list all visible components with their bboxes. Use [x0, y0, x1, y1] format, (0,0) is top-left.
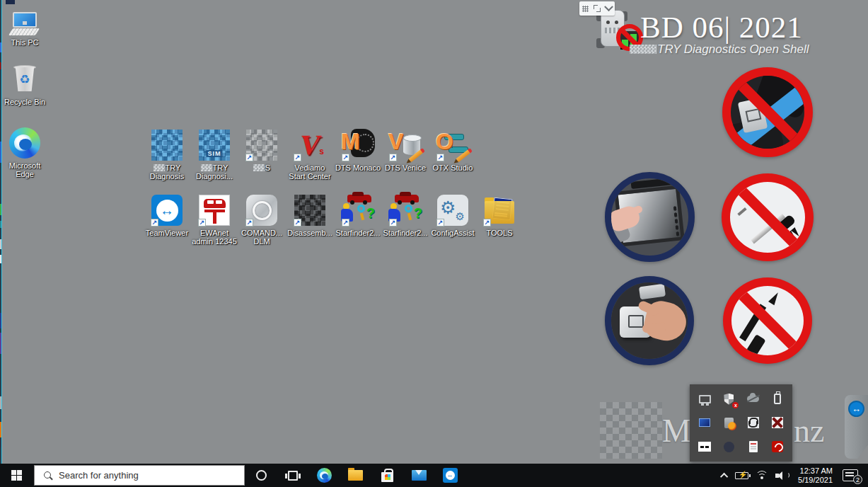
- icon-label-text: EWAnet: [200, 229, 228, 237]
- desktop-surface[interactable]: This PC♻Recycle BinMicrosoftEdgeTRYDiagn…: [0, 0, 868, 487]
- icon-label-text: TRY: [213, 164, 228, 172]
- document-icon[interactable]: [746, 439, 761, 454]
- desktop-icon-tools[interactable]: TOOLS: [476, 193, 523, 237]
- blurred-app-icon: [151, 130, 183, 161]
- hdd-warning-icon[interactable]: [721, 415, 736, 430]
- desktop-icon-xentry-diagnosis-sim[interactable]: SIMTRYDiagnosi...: [191, 128, 238, 181]
- serial-cable-icon[interactable]: [746, 415, 761, 430]
- expand-icon[interactable]: [594, 5, 601, 12]
- wallpaper-subtitle-text: TRY Diagnostics Open Shell: [657, 42, 809, 56]
- defender-alert-icon[interactable]: x: [721, 391, 736, 407]
- ms-logo: [385, 474, 390, 480]
- usb-device-icon[interactable]: [770, 391, 785, 407]
- magnifier-icon: [357, 205, 365, 212]
- icon-art-ewanet-admin: [197, 193, 231, 227]
- desktop-icon-dts-monaco[interactable]: MDTS Monaco: [335, 128, 381, 172]
- wifi-icon[interactable]: [756, 471, 768, 480]
- icon-art-starfinder2-a: ?: [341, 193, 375, 227]
- remote-display-icon[interactable]: [697, 415, 712, 430]
- desktop-icon-starfinder2-a[interactable]: ?Starfinder2...: [335, 193, 381, 237]
- start-button[interactable]: [0, 464, 33, 487]
- button-press-sticker: [605, 276, 694, 365]
- pixel-car: [395, 195, 419, 202]
- battery-icon[interactable]: [735, 472, 748, 479]
- question-mark: ?: [414, 205, 422, 222]
- no-device-sticker: [722, 67, 813, 157]
- lift-post: [213, 212, 216, 224]
- shortcut-arrow-icon: [198, 219, 206, 227]
- venice-logo: V: [388, 130, 403, 154]
- vediamo-logo-sub: s: [319, 147, 324, 156]
- icon-label: S: [238, 164, 285, 172]
- icon-art-vediamo-start-center: Vs: [293, 128, 327, 162]
- desktop-icon-otx-studio[interactable]: OOTX Studio: [429, 128, 476, 172]
- display-icon[interactable]: [697, 391, 712, 407]
- taskbar-button-edge[interactable]: [308, 464, 340, 487]
- desktop-icon-comand-dlm[interactable]: COMAND...DLM: [238, 193, 285, 246]
- desktop-icon-microsoft-edge[interactable]: MicrosoftEdge: [1, 126, 48, 178]
- icon-art-otx-studio: O: [436, 128, 470, 162]
- notification-badge: 2: [853, 475, 862, 484]
- icon-label-text: Edge: [16, 170, 34, 178]
- chevron-down-icon[interactable]: [604, 2, 613, 11]
- shortcut-arrow-icon: [436, 154, 444, 161]
- icon-label-text: Vediamo: [295, 164, 325, 172]
- icon-label-text: Starfinder2...: [383, 229, 428, 237]
- icon-label: Starfinder2...: [382, 229, 429, 237]
- shortcut-arrow-icon: [245, 219, 253, 227]
- desktop-icon-ewanet-admin[interactable]: EWAnetadmin 12345: [191, 193, 238, 246]
- magnifier-icon: [405, 205, 412, 212]
- taskbar-button-store[interactable]: [371, 464, 403, 487]
- watermark-text-right: nz: [794, 412, 824, 449]
- wallpaper-subtitle: TRY Diagnostics Open Shell: [630, 42, 809, 57]
- desktop-icon-starfinder2-b[interactable]: ?Starfinder2...: [382, 193, 429, 237]
- shortcut-arrow-icon: [151, 219, 158, 227]
- blurred-label-part: [253, 164, 265, 171]
- shortcut-arrow-icon: [436, 219, 444, 227]
- desktop-icon-recycle-bin[interactable]: ♻Recycle Bin: [1, 62, 48, 106]
- desktop-icon-disassembler[interactable]: Disassemb...: [287, 193, 333, 237]
- acrobat-reader-icon[interactable]: [770, 439, 785, 454]
- taskbar-button-mail[interactable]: [403, 464, 434, 487]
- car-icon: [204, 199, 226, 208]
- taskbar-button-cortana[interactable]: [245, 464, 277, 487]
- icon-label-text: DTS Venice: [385, 164, 426, 172]
- icon-art-recycle-bin: ♻: [8, 62, 42, 96]
- icon-label-text: admin 12345: [192, 237, 237, 246]
- dim-app-icon[interactable]: [721, 439, 736, 454]
- desktop-icon-das[interactable]: S: [238, 128, 285, 172]
- icon-art-xentry-diagnosis: [150, 128, 184, 162]
- action-center-icon[interactable]: 2: [843, 469, 858, 481]
- desktop-icon-vediamo-start-center[interactable]: VsVediamoStart Center: [287, 128, 333, 181]
- shortcut-arrow-icon: [389, 154, 397, 161]
- clock-time: 12:37 AM: [798, 466, 833, 476]
- drag-handle-icon[interactable]: [582, 6, 589, 12]
- system-tray: 12:37 AM 5/19/2021 2: [722, 464, 868, 487]
- blurred-star-ring: [253, 201, 272, 220]
- icon-label-text: Starfinder2...: [336, 229, 381, 237]
- search-input[interactable]: Search for anything: [34, 465, 245, 486]
- volume-icon[interactable]: [775, 471, 788, 481]
- network-disabled-icon[interactable]: [770, 415, 785, 430]
- windows-logo-icon: [11, 470, 22, 481]
- icon-label: TOOLS: [476, 229, 523, 237]
- desktop-icon-dts-venice[interactable]: VDTS Venice: [382, 128, 429, 172]
- icon-label-text: Start Center: [289, 172, 330, 181]
- teamviewer-side-tab[interactable]: ↔: [845, 395, 868, 459]
- icon-label-text: OTX Studio: [433, 164, 473, 172]
- taskbar-button-teamviewer[interactable]: ↔: [434, 464, 465, 487]
- desktop-icon-teamviewer[interactable]: ↔TeamViewer: [144, 193, 190, 237]
- store-icon: [381, 472, 393, 482]
- monaco-logo: M: [341, 130, 360, 154]
- desktop-icon-xentry-diagnosis[interactable]: TRYDiagnosis: [144, 128, 190, 181]
- tray-chevron-up-icon[interactable]: [720, 472, 728, 480]
- onedrive-offline-icon[interactable]: [746, 391, 761, 407]
- floating-toolbar[interactable]: [579, 1, 615, 16]
- taskbar-button-task-view[interactable]: [277, 464, 308, 487]
- clock[interactable]: 12:37 AM 5/19/2021: [795, 466, 835, 485]
- minimize-strip-icon[interactable]: [697, 439, 712, 454]
- desktop-icon-this-pc[interactable]: This PC: [1, 3, 48, 47]
- desktop-icon-configassist[interactable]: ⚙⚙ConfigAssist: [429, 193, 476, 237]
- icon-label: VediamoStart Center: [287, 164, 333, 181]
- taskbar-button-file-explorer[interactable]: [340, 464, 371, 487]
